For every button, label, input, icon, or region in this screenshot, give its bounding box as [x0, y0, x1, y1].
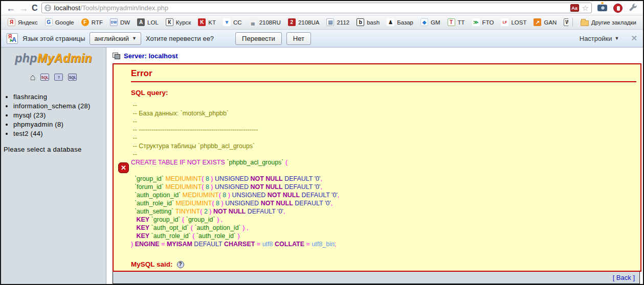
- browser-toolbar: ← → C localhost/Tools/phpmyadmin/index.p…: [1, 1, 643, 15]
- chevron-down-icon: ▼: [132, 36, 137, 41]
- bookmark-icon: ▼: [223, 18, 231, 26]
- other-bookmarks-label: Другие закладки: [591, 19, 636, 26]
- sql-line: [131, 167, 636, 175]
- error-x-icon: ✕: [118, 162, 129, 173]
- sql-line: -- -------------------------------------…: [131, 126, 636, 134]
- bookmark-star-icon[interactable]: ☆: [582, 4, 589, 12]
- sql-line: KEY `group_id` ( `group_id` ) ,: [131, 216, 636, 224]
- bookmark-item[interactable]: KKT: [194, 17, 219, 27]
- bookmark-label: LOL: [147, 19, 159, 26]
- bookmark-icon: 2: [288, 18, 296, 26]
- bookmark-icon: b: [357, 18, 364, 26]
- language-value: английский: [94, 35, 129, 42]
- bookmark-item[interactable]: 22108UA: [284, 17, 323, 27]
- dictionary-extension-icon[interactable]: Aa: [570, 4, 579, 12]
- bookmark-item[interactable]: ↗GAN: [530, 17, 560, 27]
- bookmark-label: Базар: [397, 19, 413, 26]
- screenshot-extension-icon[interactable]: [597, 5, 607, 11]
- bookmark-item[interactable]: WСисАд: [560, 17, 568, 27]
- bookmark-item[interactable]: GGoogle: [41, 17, 78, 27]
- close-icon[interactable]: ✕: [631, 34, 637, 43]
- no-button[interactable]: Нет: [286, 32, 311, 45]
- sql-line: --: [131, 101, 636, 109]
- bookmark-icon: G: [45, 18, 53, 26]
- wrench-menu-icon[interactable]: [629, 4, 638, 13]
- bookmark-icon: DW: [110, 18, 118, 26]
- address-bar[interactable]: localhost/Tools/phpmyadmin/index.php Aa …: [41, 3, 592, 13]
- adblock-extension-icon[interactable]: [613, 4, 623, 13]
- extension-icons: [595, 4, 638, 13]
- folder-icon: [581, 20, 589, 26]
- bookmark-item[interactable]: ▤2112: [323, 17, 353, 27]
- reload-button[interactable]: C: [32, 4, 38, 13]
- bookmark-item[interactable]: bbash: [353, 17, 383, 27]
- mysql-said-row: MySQL said: ?: [131, 260, 636, 268]
- sql-line: --: [131, 134, 636, 142]
- bookmark-icon: ▄: [249, 18, 257, 26]
- bookmark-item[interactable]: ▼CC: [219, 17, 246, 27]
- bookmark-icon: T: [448, 18, 455, 26]
- bookmark-icon: ≫: [472, 18, 480, 26]
- sidebar-item-database[interactable]: mysql (23): [13, 111, 106, 119]
- bookmark-item[interactable]: ALOL: [134, 17, 162, 27]
- sidebar-item-database[interactable]: flashracing: [13, 93, 106, 101]
- sql-line: -- База данных: `motorsk_phpbb`: [131, 109, 636, 117]
- bookmark-label: Курск: [176, 19, 191, 26]
- bookmark-label: FTO: [482, 19, 494, 26]
- translate-icon: Я➤A: [7, 33, 18, 44]
- language-dropdown[interactable]: английский▼: [90, 32, 141, 45]
- back-button[interactable]: ←: [6, 4, 15, 13]
- bookmark-label: bash: [367, 19, 380, 26]
- bookmark-item[interactable]: ЯЯндекс: [4, 17, 41, 27]
- bookmark-label: 2108RU: [259, 19, 281, 26]
- sql-window-icon[interactable]: SQL: [40, 74, 49, 81]
- bookmark-icon: ↗: [534, 18, 541, 26]
- bookmark-item[interactable]: FRTF: [78, 17, 106, 27]
- forward-button[interactable]: →: [19, 4, 28, 13]
- bookmark-item[interactable]: ▄2108RU: [246, 17, 284, 27]
- sql-line: `forum_id` MEDIUMINT( 8 ) UNSIGNED NOT N…: [131, 183, 636, 191]
- bookmark-icon: F: [81, 18, 89, 26]
- bookmark-item[interactable]: DWDW: [106, 17, 134, 27]
- bookmark-label: CC: [233, 19, 242, 26]
- bookmark-icon: K: [198, 18, 206, 26]
- server-icon: [113, 53, 120, 59]
- bookmark-label: GAN: [544, 19, 557, 26]
- bookmark-item[interactable]: ♟Базар: [383, 17, 417, 27]
- bookmark-item[interactable]: ≫FTO: [469, 17, 498, 27]
- other-bookmarks-button[interactable]: Другие закладки: [577, 18, 640, 27]
- sql-line: ) ENGINE = MYISAM DEFAULT CHARSET = utf8…: [131, 240, 636, 248]
- bookmark-label: DW: [120, 19, 130, 26]
- browser-window: ← → C localhost/Tools/phpmyadmin/index.p…: [0, 0, 644, 285]
- sql-line: KEY `auth_role_id` ( `auth_role_id` ): [131, 232, 636, 240]
- bookmark-item[interactable]: TTT: [444, 17, 469, 27]
- bookmark-label: LOST: [511, 19, 526, 26]
- sidebar-item-database[interactable]: information_schema (28): [13, 102, 106, 110]
- query-bubble-icon[interactable]: SQL: [68, 74, 77, 81]
- sidebar-item-database[interactable]: phpmyadmin (8): [13, 121, 106, 128]
- server-title: Server: localhost: [124, 52, 178, 60]
- translate-settings-button[interactable]: Настройки▼: [580, 35, 619, 42]
- url-host: localhost: [54, 4, 80, 12]
- page-content: phpMyAdmin ⌂ SQL ? SQL flashracinginform…: [1, 48, 643, 284]
- bookmark-label: 2108UA: [298, 19, 320, 26]
- bookmark-item[interactable]: ◆GM: [417, 17, 444, 27]
- sidebar-nav-icons: ⌂ SQL ? SQL: [1, 73, 106, 82]
- back-link[interactable]: [ Back ]: [613, 274, 635, 281]
- sql-line: `auth_option_id` MEDIUMINT( 8 ) UNSIGNED…: [131, 191, 636, 199]
- translate-button[interactable]: Перевести: [235, 32, 282, 45]
- phpmyadmin-logo: phpMyAdmin: [1, 52, 106, 65]
- sidebar-item-database[interactable]: test2 (44): [13, 130, 106, 137]
- bookmark-icon: W: [564, 18, 568, 26]
- sql-query-text: -- -- База данных: `motorsk_phpbb` -- --…: [131, 101, 636, 248]
- help-icon[interactable]: ?: [177, 261, 184, 268]
- translate-bar: Я➤A Язык этой страницы английский▼ Хотит…: [1, 30, 643, 48]
- help-bubble-icon[interactable]: ?: [54, 74, 63, 81]
- sql-line: --: [131, 150, 636, 158]
- database-list: flashracinginformation_schema (28)mysql …: [13, 93, 106, 137]
- bookmark-item[interactable]: ККурск: [162, 17, 195, 27]
- bookmark-icon: ▤: [326, 18, 334, 26]
- home-icon[interactable]: ⌂: [30, 73, 36, 82]
- sql-line: -- Структура таблицы `phpbb_acl_groups`: [131, 142, 636, 150]
- bookmark-item[interactable]: LFLOST: [497, 17, 530, 27]
